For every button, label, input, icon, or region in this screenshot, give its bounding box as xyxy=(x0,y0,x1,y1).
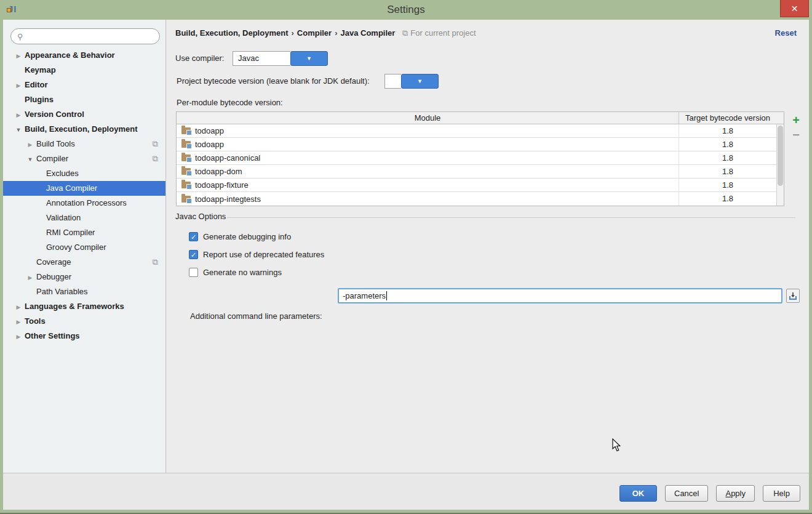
remove-module-button[interactable]: − xyxy=(789,127,803,143)
sidebar-item-keymap[interactable]: Keymap xyxy=(3,63,165,78)
breadcrumb-item-compiler[interactable]: Compiler xyxy=(297,28,332,38)
target-bytecode-value[interactable]: 1.8 xyxy=(679,124,776,137)
window-title: Settings xyxy=(0,0,812,20)
column-header-module[interactable]: Module xyxy=(177,112,679,124)
table-rows: todoapp1.8todoapp1.8todoapp-canonical1.8… xyxy=(177,124,784,206)
add-module-button[interactable]: + xyxy=(789,113,803,127)
javac-options-title: Javac Options xyxy=(175,212,226,221)
target-bytecode-value[interactable]: 1.8 xyxy=(679,192,776,206)
chevron-right-icon[interactable]: ▶ xyxy=(12,300,25,315)
cancel-button[interactable]: Cancel xyxy=(665,485,708,502)
sidebar-item-version-control[interactable]: ▶Version Control xyxy=(3,107,165,122)
sidebar-item-path-variables[interactable]: Path Variables xyxy=(3,284,165,299)
expand-icon xyxy=(789,292,797,300)
sidebar-item-compiler[interactable]: ▼Compiler⧉ xyxy=(3,151,165,166)
target-bytecode-value[interactable]: 1.8 xyxy=(679,138,776,151)
search-icon: ⚲ xyxy=(17,32,23,41)
help-button[interactable]: Help xyxy=(763,485,800,502)
chevron-down-icon[interactable]: ▼ xyxy=(290,51,328,66)
table-scrollbar[interactable] xyxy=(776,124,784,206)
table-row[interactable]: todoapp-canonical1.8 xyxy=(177,151,784,165)
ok-button[interactable]: OK xyxy=(619,485,657,502)
module-name: todoapp-integtests xyxy=(195,193,261,206)
table-row[interactable]: todoapp1.8 xyxy=(177,124,784,138)
sidebar-item-build-tools[interactable]: ▶Build Tools⧉ xyxy=(3,137,165,151)
chevron-right-icon[interactable]: ▶ xyxy=(12,78,25,93)
target-bytecode-value[interactable]: 1.8 xyxy=(679,151,776,164)
sidebar-item-excludes[interactable]: Excludes xyxy=(3,166,165,181)
use-compiler-dropdown[interactable]: Javac ▼ xyxy=(233,51,328,66)
reset-link[interactable]: Reset xyxy=(775,26,797,40)
sidebar-item-label: Plugins xyxy=(25,95,54,104)
per-module-table: Module Target bytecode version todoapp1.… xyxy=(176,111,784,206)
sidebar-item-rmi-compiler[interactable]: RMI Compiler xyxy=(3,225,165,240)
sidebar-item-appearance-behavior[interactable]: ▶Appearance & Behavior xyxy=(3,48,165,63)
chevron-right-icon[interactable]: ▶ xyxy=(24,137,36,152)
cmdline-input[interactable]: -parameters xyxy=(338,288,782,303)
sidebar-item-label: Keymap xyxy=(25,65,56,74)
sidebar-item-validation[interactable]: Validation xyxy=(3,211,165,225)
expand-field-button[interactable] xyxy=(786,289,800,303)
breadcrumb-separator: › xyxy=(332,28,340,38)
column-header-target[interactable]: Target bytecode version xyxy=(679,112,776,124)
checkbox-label: Report use of deprecated features xyxy=(203,250,324,259)
chevron-down-icon[interactable]: ▼ xyxy=(24,152,36,167)
sidebar-item-java-compiler[interactable]: Java Compiler xyxy=(3,181,165,196)
sidebar-item-build-execution-deployment[interactable]: ▼Build, Execution, Deployment xyxy=(3,122,165,137)
search-box[interactable]: ⚲ xyxy=(10,28,160,44)
cmdline-label: Additional command line parameters: xyxy=(190,311,322,321)
chevron-right-icon[interactable]: ▶ xyxy=(12,315,25,329)
sidebar-item-label: Debugger xyxy=(36,272,71,281)
sidebar-item-tools[interactable]: ▶Tools xyxy=(3,314,165,329)
settings-content: Reset Build, Execution, Deployment›Compi… xyxy=(167,20,809,473)
breadcrumb-item-build-execution-deployment[interactable]: Build, Execution, Deployment xyxy=(175,28,288,38)
table-row[interactable]: todoapp-dom1.8 xyxy=(177,165,784,179)
sidebar-item-other-settings[interactable]: ▶Other Settings xyxy=(3,329,165,343)
checked-checkbox-icon[interactable]: ✓ xyxy=(189,232,198,241)
table-row[interactable]: todoapp1.8 xyxy=(177,138,784,151)
unchecked-checkbox-icon[interactable] xyxy=(189,268,198,277)
search-input[interactable] xyxy=(27,32,153,41)
breadcrumb-item-java-compiler[interactable]: Java Compiler xyxy=(341,28,396,38)
sidebar-item-label: Coverage xyxy=(36,257,71,267)
settings-sidebar: ⚲ ▶Appearance & BehaviorKeymap▶EditorPlu… xyxy=(3,20,166,473)
sidebar-item-coverage[interactable]: Coverage⧉ xyxy=(3,255,165,270)
sidebar-item-editor[interactable]: ▶Editor xyxy=(3,78,165,92)
settings-dialog: JI Settings ✕ ⚲ ▶Appearance & BehaviorKe… xyxy=(0,0,812,514)
chevron-right-icon[interactable]: ▶ xyxy=(24,270,36,285)
titlebar[interactable]: JI Settings ✕ xyxy=(0,0,812,20)
checkbox-report-use-of-deprecated-features[interactable]: ✓Report use of deprecated features xyxy=(189,248,324,260)
sidebar-item-label: Editor xyxy=(25,80,48,89)
sidebar-item-languages-frameworks[interactable]: ▶Languages & Frameworks xyxy=(3,299,165,314)
close-button[interactable]: ✕ xyxy=(780,0,809,17)
chevron-right-icon[interactable]: ▶ xyxy=(12,49,25,63)
module-folder-icon xyxy=(181,182,191,188)
sidebar-item-debugger[interactable]: ▶Debugger xyxy=(3,270,165,284)
checked-checkbox-icon[interactable]: ✓ xyxy=(189,250,198,259)
checkbox-generate-debugging-info[interactable]: ✓Generate debugging info xyxy=(189,230,291,243)
sidebar-item-plugins[interactable]: Plugins xyxy=(3,92,165,107)
module-name: todoapp-canonical xyxy=(195,151,260,164)
sidebar-item-label: Appearance & Behavior xyxy=(25,50,115,60)
module-folder-icon xyxy=(181,141,191,148)
checkbox-generate-no-warnings[interactable]: Generate no warnings xyxy=(189,266,282,278)
chevron-right-icon[interactable]: ▶ xyxy=(12,108,25,122)
sidebar-item-annotation-processors[interactable]: Annotation Processors xyxy=(3,196,165,211)
scrollbar-thumb[interactable] xyxy=(778,126,783,186)
chevron-down-icon[interactable]: ▼ xyxy=(401,74,439,89)
project-bytecode-dropdown[interactable]: ▼ xyxy=(384,74,439,89)
sidebar-item-label: RMI Compiler xyxy=(46,228,95,237)
sidebar-item-groovy-compiler[interactable]: Groovy Compiler xyxy=(3,240,165,255)
target-bytecode-value[interactable]: 1.8 xyxy=(679,165,776,178)
scope-note: ⧉For current project xyxy=(402,28,476,38)
chevron-down-icon[interactable]: ▼ xyxy=(12,122,25,137)
apply-button[interactable]: Apply xyxy=(716,485,755,502)
checkbox-label: Generate debugging info xyxy=(203,232,291,241)
cmdline-value: -parameters xyxy=(343,291,386,300)
target-bytecode-value[interactable]: 1.8 xyxy=(679,179,776,191)
table-header[interactable]: Module Target bytecode version xyxy=(177,112,784,124)
table-row[interactable]: todoapp-fixture1.8 xyxy=(177,179,784,192)
table-row[interactable]: todoapp-integtests1.8 xyxy=(177,192,784,206)
chevron-right-icon[interactable]: ▶ xyxy=(12,329,25,344)
sidebar-item-label: Excludes xyxy=(46,169,79,178)
